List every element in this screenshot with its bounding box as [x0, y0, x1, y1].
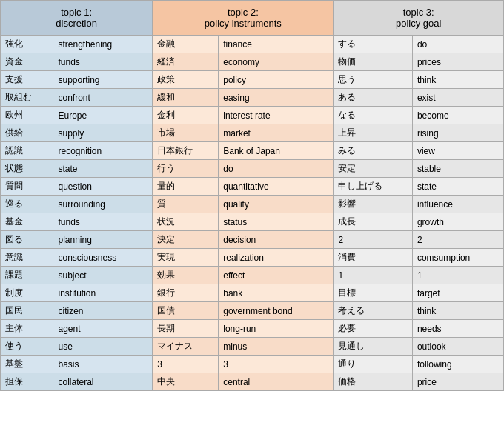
t2-jp: 国債	[153, 302, 219, 320]
table-row: 基金 funds 状況 status 成長 growth	[1, 213, 504, 231]
t1-jp: 国民	[1, 302, 53, 320]
t1-jp: 課題	[1, 267, 53, 284]
table-row: 主体 agent 長期 long-run 必要 needs	[1, 320, 504, 338]
t3-jp: ある	[334, 89, 412, 107]
t1-en: supporting	[53, 71, 153, 89]
t1-jp: 基金	[1, 213, 53, 231]
t3-jp: なる	[334, 107, 412, 124]
t3-jp: 目標	[334, 284, 412, 302]
t1-en: question	[53, 178, 153, 196]
table-row: 基盤 basis 3 3 通り following	[1, 356, 504, 373]
t3-en: think	[412, 71, 503, 89]
t3-en: exist	[412, 89, 503, 107]
t3-en: outlook	[412, 338, 503, 356]
table-row: 質問 question 量的 quantitative 申し上げる state	[1, 178, 504, 196]
t3-en: following	[412, 356, 503, 373]
t1-jp: 強化	[1, 36, 53, 53]
t1-jp: 質問	[1, 178, 53, 196]
t2-jp: 銀行	[153, 284, 219, 302]
t3-en: become	[412, 107, 503, 124]
t3-jp: 2	[334, 231, 412, 249]
t2-en: do	[219, 160, 334, 178]
t3-en: stable	[412, 160, 503, 178]
t1-jp: 供給	[1, 124, 53, 142]
t3-jp: 思う	[334, 71, 412, 89]
t3-jp: 見通し	[334, 338, 412, 356]
topic1-header: topic 1: discretion	[1, 1, 153, 36]
t3-en: price	[412, 373, 503, 391]
table-row: 状態 state 行う do 安定 stable	[1, 160, 504, 178]
t1-jp: 状態	[1, 160, 53, 178]
t2-en: central	[219, 373, 334, 391]
t2-en: effect	[219, 267, 334, 284]
t1-en: planning	[53, 231, 153, 249]
table-row: 担保 collateral 中央 central 価格 price	[1, 373, 504, 391]
t1-jp: 図る	[1, 231, 53, 249]
t3-jp: 成長	[334, 213, 412, 231]
t1-en: strengthening	[53, 36, 153, 53]
t2-jp: 3	[153, 356, 219, 373]
t1-en: agent	[53, 320, 153, 338]
table-row: 認識 recognition 日本銀行 Bank of Japan みる vie…	[1, 142, 504, 160]
t3-jp: 通り	[334, 356, 412, 373]
t2-jp: 緩和	[153, 89, 219, 107]
t2-jp: 長期	[153, 320, 219, 338]
t2-jp: 実現	[153, 249, 219, 267]
t2-en: policy	[219, 71, 334, 89]
t2-en: easing	[219, 89, 334, 107]
t3-en: view	[412, 142, 503, 160]
t3-en: state	[412, 178, 503, 196]
header-row: topic 1: discretion topic 2: policy inst…	[1, 1, 504, 36]
t2-en: government bond	[219, 302, 334, 320]
t2-jp: 行う	[153, 160, 219, 178]
t3-en: 2	[412, 231, 503, 249]
t1-en: collateral	[53, 373, 153, 391]
t2-jp: 金利	[153, 107, 219, 124]
t3-jp: 申し上げる	[334, 178, 412, 196]
t1-jp: 巡る	[1, 196, 53, 213]
t2-jp: 金融	[153, 36, 219, 53]
t1-en: basis	[53, 356, 153, 373]
t1-en: funds	[53, 53, 153, 71]
t1-jp: 資金	[1, 53, 53, 71]
t2-jp: 中央	[153, 373, 219, 391]
t1-en: funds	[53, 213, 153, 231]
t2-en: long-run	[219, 320, 334, 338]
table-row: 図る planning 決定 decision 2 2	[1, 231, 504, 249]
t3-en: 1	[412, 267, 503, 284]
t1-en: institution	[53, 284, 153, 302]
t2-jp: 状況	[153, 213, 219, 231]
t3-en: prices	[412, 53, 503, 71]
table-row: 国民 citizen 国債 government bond 考える think	[1, 302, 504, 320]
t2-jp: 効果	[153, 267, 219, 284]
t2-en: interest rate	[219, 107, 334, 124]
table-row: 意識 consciousness 実現 realization 消費 comsu…	[1, 249, 504, 267]
t2-en: finance	[219, 36, 334, 53]
t1-en: Europe	[53, 107, 153, 124]
t1-jp: 取組む	[1, 89, 53, 107]
t1-jp: 意識	[1, 249, 53, 267]
topic3-header: topic 3: policy goal	[334, 1, 504, 36]
t1-jp: 欧州	[1, 107, 53, 124]
t1-jp: 使う	[1, 338, 53, 356]
t2-jp: 量的	[153, 178, 219, 196]
t2-en: 3	[219, 356, 334, 373]
t2-en: market	[219, 124, 334, 142]
table-row: 取組む confront 緩和 easing ある exist	[1, 89, 504, 107]
t2-en: economy	[219, 53, 334, 71]
t1-en: subject	[53, 267, 153, 284]
t3-en: needs	[412, 320, 503, 338]
t1-en: supply	[53, 124, 153, 142]
table-row: 資金 funds 経済 economy 物価 prices	[1, 53, 504, 71]
t1-en: citizen	[53, 302, 153, 320]
table-row: 使う use マイナス minus 見通し outlook	[1, 338, 504, 356]
t2-en: quantitative	[219, 178, 334, 196]
t3-jp: みる	[334, 142, 412, 160]
t3-en: target	[412, 284, 503, 302]
t3-en: influence	[412, 196, 503, 213]
t1-jp: 基盤	[1, 356, 53, 373]
t3-jp: 考える	[334, 302, 412, 320]
t1-en: surrounding	[53, 196, 153, 213]
t3-en: think	[412, 302, 503, 320]
t2-jp: 市場	[153, 124, 219, 142]
